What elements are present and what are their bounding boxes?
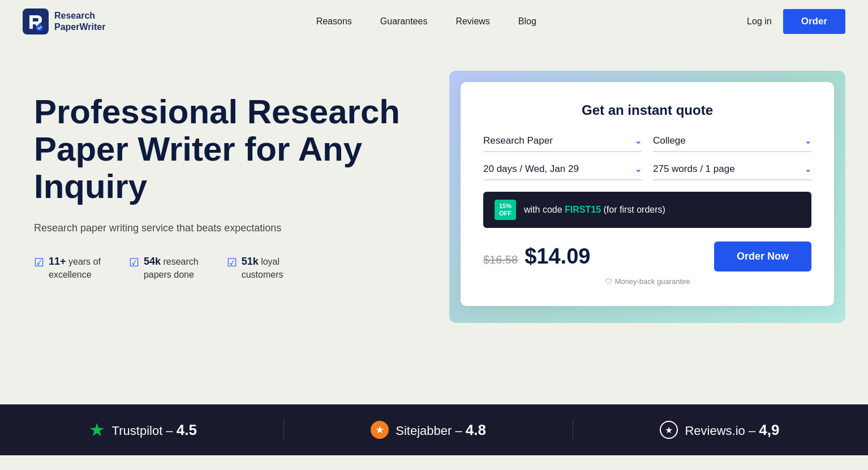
login-button[interactable]: Log in bbox=[747, 16, 772, 27]
quote-card: Get an instant quote Research Paper ⌄ Co… bbox=[461, 82, 834, 306]
stat-customers-text: 51k loyalcustomers bbox=[242, 255, 283, 282]
trustpilot-star-icon: ★ bbox=[89, 419, 105, 441]
quote-card-title: Get an instant quote bbox=[483, 102, 811, 118]
rating-reviewsio: ★ Reviews.io – 4,9 bbox=[660, 421, 779, 439]
deadline-chevron: ⌄ bbox=[635, 165, 642, 174]
money-back-guarantee: 🛡 Money-back guarantee bbox=[483, 277, 811, 286]
stat-check-icon-2: ☑ bbox=[129, 256, 139, 269]
hero-right: Get an instant quote Research Paper ⌄ Co… bbox=[461, 76, 834, 306]
logo-text: Research PaperWriter bbox=[54, 10, 105, 32]
hero-left: Professional Research Paper Writer for A… bbox=[34, 76, 419, 282]
nav-reviews[interactable]: Reviews bbox=[456, 16, 489, 27]
order-now-button[interactable]: Order Now bbox=[714, 242, 811, 271]
promo-code: FIRST15 bbox=[565, 205, 601, 214]
rating-sitejabber: ★ Sitejabber – 4.8 bbox=[371, 421, 486, 439]
stat-papers-text: 54k researchpapers done bbox=[144, 255, 199, 282]
level-select[interactable]: College ⌄ bbox=[653, 135, 811, 152]
price-old: $16.58 bbox=[483, 253, 518, 266]
stat-check-icon: ☑ bbox=[34, 256, 44, 269]
price-wrap: $16.58 $14.09 bbox=[483, 244, 590, 269]
rating-trustpilot: ★ Trustpilot – 4.5 bbox=[89, 419, 197, 441]
order-button-header[interactable]: Order bbox=[783, 9, 845, 34]
reviewsio-star-icon: ★ bbox=[660, 421, 678, 439]
stat-years-text: 11+ years ofexcellence bbox=[49, 255, 101, 282]
nav-guarantees[interactable]: Guarantees bbox=[380, 16, 428, 27]
level-chevron: ⌄ bbox=[805, 136, 811, 145]
pricing-row: $16.58 $14.09 Order Now bbox=[483, 242, 811, 271]
nav-blog[interactable]: Blog bbox=[518, 16, 536, 27]
footer-divider-2 bbox=[573, 419, 573, 441]
pages-chevron: ⌄ bbox=[805, 165, 811, 174]
pages-select[interactable]: 275 words / 1 page ⌄ bbox=[653, 163, 811, 180]
stat-papers: ☑ 54k researchpapers done bbox=[129, 255, 199, 282]
form-row-1: Research Paper ⌄ College ⌄ bbox=[483, 135, 811, 152]
trustpilot-text: Trustpilot – 4.5 bbox=[112, 421, 197, 439]
header-actions: Log in Order bbox=[747, 9, 845, 34]
paper-type-chevron: ⌄ bbox=[635, 136, 642, 145]
sitejabber-star-icon: ★ bbox=[371, 421, 389, 439]
logo-icon bbox=[23, 8, 49, 35]
logo[interactable]: Research PaperWriter bbox=[23, 8, 105, 35]
promo-badge: 15% OFF bbox=[495, 200, 516, 220]
footer-bar: ★ Trustpilot – 4.5 ★ Sitejabber – 4.8 ★ … bbox=[0, 404, 868, 455]
hero-subtitle: Research paper writing service that beat… bbox=[34, 222, 419, 234]
stats-row: ☑ 11+ years ofexcellence ☑ 54k researchp… bbox=[34, 255, 419, 282]
pages-label: 275 words / 1 page bbox=[653, 163, 735, 175]
nav: Reasons Guarantees Reviews Blog bbox=[316, 16, 536, 27]
paper-type-label: Research Paper bbox=[483, 135, 553, 146]
reviewsio-text: Reviews.io – 4,9 bbox=[685, 421, 779, 439]
deadline-select[interactable]: 20 days / Wed, Jan 29 ⌄ bbox=[483, 163, 642, 180]
nav-reasons[interactable]: Reasons bbox=[316, 16, 352, 27]
promo-bar: 15% OFF with code FIRST15 (for first ord… bbox=[483, 192, 811, 228]
stat-years: ☑ 11+ years ofexcellence bbox=[34, 255, 101, 282]
hero-title: Professional Research Paper Writer for A… bbox=[34, 93, 419, 205]
stat-check-icon-3: ☑ bbox=[227, 256, 237, 269]
sitejabber-text: Sitejabber – 4.8 bbox=[396, 421, 486, 439]
header: Research PaperWriter Reasons Guarantees … bbox=[0, 0, 868, 42]
level-label: College bbox=[653, 135, 686, 146]
footer-divider-1 bbox=[283, 419, 284, 441]
main-section: Professional Research Paper Writer for A… bbox=[0, 42, 868, 404]
stat-customers: ☑ 51k loyalcustomers bbox=[227, 255, 283, 282]
shield-icon: 🛡 bbox=[605, 277, 612, 286]
promo-text: with code FIRST15 (for first orders) bbox=[524, 205, 665, 215]
paper-type-select[interactable]: Research Paper ⌄ bbox=[483, 135, 642, 152]
form-row-2: 20 days / Wed, Jan 29 ⌄ 275 words / 1 pa… bbox=[483, 163, 811, 180]
deadline-label: 20 days / Wed, Jan 29 bbox=[483, 163, 579, 175]
price-new: $14.09 bbox=[525, 244, 590, 269]
